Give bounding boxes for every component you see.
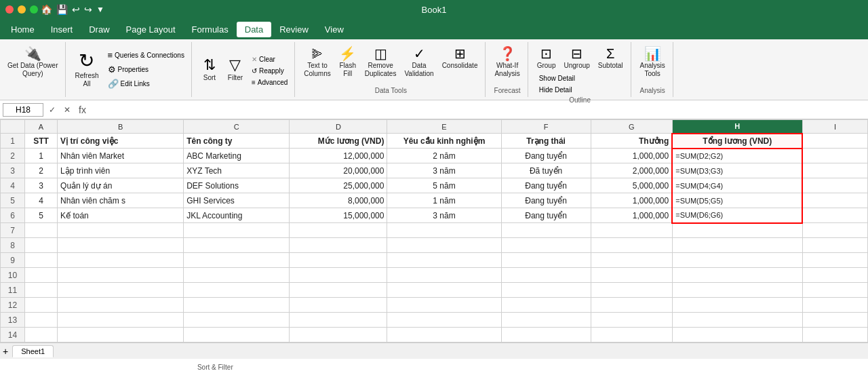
col-header-d[interactable]: D [290,120,387,134]
save-icon[interactable]: 💾 [56,4,68,15]
cell-b9[interactable] [58,253,184,268]
col-header-i[interactable]: I [802,120,867,134]
minimize-button[interactable] [18,5,26,14]
cell-b4[interactable]: Quản lý dự án [58,178,184,193]
cell-e1[interactable]: Yêu cầu kinh nghiệm [387,134,501,149]
menu-review[interactable]: Review [271,22,317,37]
cell-i7[interactable] [802,223,867,238]
text-to-columns-button[interactable]: ⫸ Text toColumns [300,45,334,80]
cell-i1[interactable] [802,134,867,149]
menu-formulas[interactable]: Formulas [184,22,237,37]
cell-i12[interactable] [802,298,867,313]
cell-g9[interactable] [591,253,672,268]
cell-d8[interactable] [290,238,387,253]
menu-insert[interactable]: Insert [43,22,81,37]
close-button[interactable] [5,5,14,14]
col-header-g[interactable]: G [591,120,672,134]
redo-btn[interactable]: ↪ [84,4,92,15]
undo-btn[interactable]: ↩ [72,4,80,15]
show-detail-button[interactable]: Show Detail [536,73,627,83]
remove-duplicates-button[interactable]: ◫ RemoveDuplicates [361,45,400,80]
cell-c7[interactable] [184,223,290,238]
cell-b12[interactable] [58,298,184,313]
cell-f10[interactable] [501,268,591,283]
cell-f9[interactable] [501,253,591,268]
cell-f13[interactable] [501,313,591,328]
cell-d1[interactable]: Mức lương (VND) [290,134,387,149]
add-sheet-button[interactable]: + [3,346,8,357]
cell-f8[interactable] [501,238,591,253]
sort-button[interactable]: ⇅ Sort [197,50,222,90]
cell-h9[interactable] [672,253,802,268]
cell-c5[interactable]: GHI Services [184,193,290,208]
cell-c1[interactable]: Tên công ty [184,134,290,149]
cell-h8[interactable] [672,238,802,253]
cell-d11[interactable] [290,283,387,298]
advanced-button[interactable]: ≡ Advanced [249,77,290,87]
cell-f12[interactable] [501,298,591,313]
what-if-button[interactable]: ❓ What-IfAnalysis [491,45,523,80]
cell-a4[interactable]: 3 [25,178,58,193]
cell-h1[interactable]: Tổng lương (VND) [672,134,802,149]
cell-h12[interactable] [672,298,802,313]
cell-h3[interactable]: =SUM(D3;G3) [672,163,802,178]
cell-i4[interactable] [802,178,867,193]
cell-c2[interactable]: ABC Marketing [184,149,290,163]
cell-b14[interactable] [58,328,184,343]
cell-d2[interactable]: 12,000,000 [290,149,387,163]
menu-draw[interactable]: Draw [81,22,117,37]
menu-home[interactable]: Home [3,22,43,37]
cell-i6[interactable] [802,208,867,223]
filter-button[interactable]: ▽ Filter [223,50,248,90]
col-header-b[interactable]: B [58,120,184,134]
cell-d12[interactable] [290,298,387,313]
cell-g8[interactable] [591,238,672,253]
consolidate-button[interactable]: ⊞ Consolidate [439,45,481,72]
menu-page-layout[interactable]: Page Layout [118,22,184,37]
analysis-tools-button[interactable]: 📊 AnalysisTools [637,45,669,80]
cell-i11[interactable] [802,283,867,298]
col-header-h[interactable]: H [672,120,802,134]
group-button[interactable]: ⊡ Group [534,45,559,72]
menu-data[interactable]: Data [237,22,271,37]
cell-d13[interactable] [290,313,387,328]
cell-i13[interactable] [802,313,867,328]
maximize-button[interactable] [30,5,38,14]
cell-h7[interactable] [672,223,802,238]
cell-d4[interactable]: 25,000,000 [290,178,387,193]
cell-h4[interactable]: =SUM(D4;G4) [672,178,802,193]
cell-c8[interactable] [184,238,290,253]
cell-e2[interactable]: 2 năm [387,149,501,163]
cell-e11[interactable] [387,283,501,298]
cell-i8[interactable] [802,238,867,253]
cell-h6[interactable]: =SUM(D6;G6) [672,208,802,223]
cell-b11[interactable] [58,283,184,298]
cell-c13[interactable] [184,313,290,328]
cell-a13[interactable] [25,313,58,328]
cell-b3[interactable]: Lập trình viên [58,163,184,178]
cell-e14[interactable] [387,328,501,343]
cell-a7[interactable] [25,223,58,238]
cell-a12[interactable] [25,298,58,313]
cell-f3[interactable]: Đã tuyển [501,163,591,178]
queries-connections-button[interactable]: ≡ Queries & Connections [105,49,187,62]
cell-a1[interactable]: STT [25,134,58,149]
cell-a9[interactable] [25,253,58,268]
cell-a8[interactable] [25,238,58,253]
ungroup-button[interactable]: ⊟ Ungroup [560,45,593,72]
cell-b8[interactable] [58,238,184,253]
cell-h5[interactable]: =SUM(D5;G5) [672,193,802,208]
cell-e8[interactable] [387,238,501,253]
home-icon[interactable]: 🏠 [41,4,52,15]
cell-h13[interactable] [672,313,802,328]
cell-g6[interactable]: 1,000,000 [591,208,672,223]
cell-c14[interactable] [184,328,290,343]
cell-h2[interactable]: =SUM(D2;G2) [672,149,802,163]
cell-c4[interactable]: DEF Solutions [184,178,290,193]
cell-c10[interactable] [184,268,290,283]
cell-a3[interactable]: 2 [25,163,58,178]
cell-e7[interactable] [387,223,501,238]
cell-h14[interactable] [672,328,802,343]
cell-g2[interactable]: 1,000,000 [591,149,672,163]
cell-e13[interactable] [387,313,501,328]
